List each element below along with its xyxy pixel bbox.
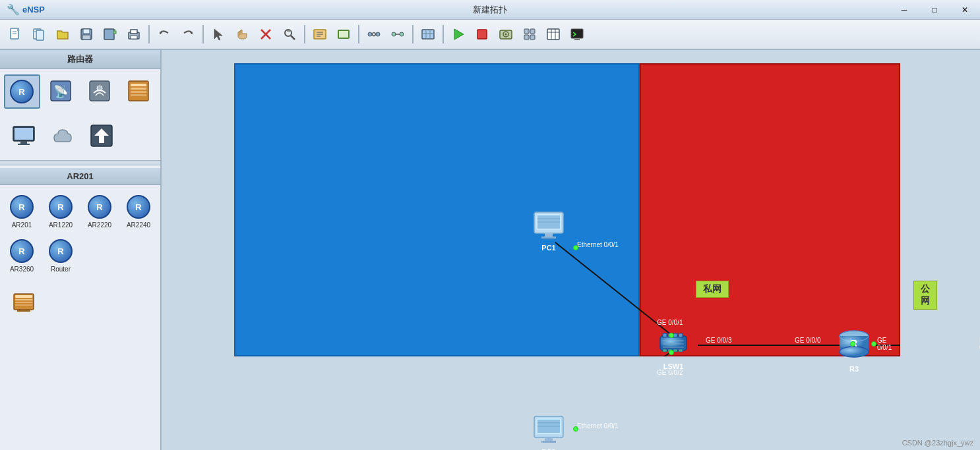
- ar2220-device[interactable]: R AR2220: [82, 190, 118, 232]
- r3-ge000-label: GE 0/0/0: [795, 337, 820, 344]
- monitor-device-icon[interactable]: [5, 119, 42, 152]
- canvas-area[interactable]: 私网 公网 PC1: [162, 50, 980, 450]
- app-name: eNSP: [22, 5, 45, 14]
- svg-rect-14: [131, 36, 137, 39]
- ar201-icon: R: [10, 195, 34, 219]
- separator-4: [358, 25, 359, 43]
- svg-rect-77: [541, 237, 556, 239]
- map-button[interactable]: [417, 23, 439, 45]
- pc1-node[interactable]: PC1: [531, 207, 567, 252]
- vrp-type-icon[interactable]: [121, 74, 157, 109]
- stop-button[interactable]: [471, 23, 493, 45]
- ar3260-device[interactable]: R AR3260: [4, 235, 40, 276]
- svg-rect-96: [663, 349, 667, 352]
- new-button[interactable]: [4, 23, 26, 45]
- pc2-port-label: Ethernet 0/0/1: [577, 422, 619, 430]
- svg-rect-57: [131, 94, 146, 96]
- public-zone-label: 公网: [913, 281, 937, 310]
- separator-3: [304, 25, 305, 43]
- lsw1-dot1: [669, 333, 674, 338]
- left-panel: 路由器 R 📡: [0, 50, 162, 450]
- cloud-device-icon[interactable]: [44, 119, 80, 152]
- extra-device[interactable]: [5, 287, 42, 320]
- arrow-device-icon[interactable]: [83, 119, 119, 152]
- minimize-button[interactable]: ─: [889, 0, 919, 20]
- monitor-svg: [11, 123, 36, 148]
- pc1-icon: [531, 207, 567, 242]
- delete-button[interactable]: [255, 23, 277, 45]
- svg-rect-65: [15, 295, 32, 298]
- svg-rect-30: [422, 30, 434, 39]
- open-button[interactable]: [51, 23, 74, 45]
- rect-button[interactable]: [332, 23, 355, 45]
- private-zone: [234, 63, 640, 356]
- capture-button[interactable]: [495, 23, 517, 45]
- svg-text:📡: 📡: [53, 84, 69, 99]
- ap-type-icon[interactable]: [82, 74, 118, 109]
- ar2220-label: AR2220: [88, 221, 111, 229]
- svg-rect-83: [545, 437, 553, 441]
- svg-rect-35: [477, 30, 487, 39]
- router-type-icon[interactable]: R: [4, 74, 40, 109]
- svg-rect-60: [20, 141, 27, 144]
- lsw1-ge001-label: GE 0/0/1: [657, 319, 683, 326]
- auto-connect-button[interactable]: [363, 23, 385, 45]
- separator-1: [148, 25, 150, 43]
- separator-6: [443, 25, 444, 43]
- pc1-conn-dot: [573, 245, 578, 250]
- svg-rect-43: [547, 29, 559, 40]
- router-device[interactable]: R Router: [43, 235, 79, 276]
- topo-button[interactable]: [518, 23, 541, 45]
- svg-rect-88: [660, 336, 687, 351]
- hand-tool-button[interactable]: [231, 23, 253, 45]
- svg-rect-4: [36, 30, 44, 40]
- pc2-node[interactable]: PC2: [531, 411, 567, 450]
- text-button[interactable]: [309, 23, 331, 45]
- lsw1-node[interactable]: LSW1: [655, 324, 692, 370]
- svg-rect-9: [104, 29, 114, 40]
- print-button[interactable]: [123, 23, 145, 45]
- search-button[interactable]: [278, 23, 301, 45]
- saveas-button[interactable]: [99, 23, 121, 45]
- svg-rect-89: [663, 333, 667, 337]
- svg-point-25: [368, 32, 372, 36]
- ar2240-label: AR2240: [127, 221, 150, 229]
- r3-dot1: [850, 341, 855, 347]
- svg-rect-10: [113, 31, 116, 34]
- vrp-svg: [126, 78, 151, 103]
- undo-button[interactable]: [153, 23, 175, 45]
- table-button[interactable]: [542, 23, 565, 45]
- save-button[interactable]: [75, 23, 98, 45]
- close-button[interactable]: ✕: [950, 0, 980, 20]
- svg-rect-59: [15, 128, 33, 140]
- ar2240-device[interactable]: R AR2240: [121, 190, 157, 232]
- run-button[interactable]: [447, 23, 470, 45]
- pc1-label: PC1: [541, 244, 555, 252]
- ar1220-device[interactable]: R AR1220: [43, 190, 79, 232]
- svg-rect-47: [571, 29, 583, 38]
- redo-button[interactable]: [177, 23, 199, 45]
- new2-button[interactable]: [28, 23, 50, 45]
- svg-point-38: [505, 34, 507, 36]
- maximize-button[interactable]: □: [919, 0, 950, 20]
- select-tool-button[interactable]: [207, 23, 230, 45]
- r3-dot2: [871, 341, 876, 347]
- separator-2: [202, 25, 204, 43]
- lsw1-ge002-label: GE 0/0/2: [657, 369, 683, 376]
- svg-rect-19: [287, 30, 291, 32]
- svg-rect-56: [131, 91, 146, 93]
- wireless-type-icon[interactable]: 📡: [43, 74, 79, 109]
- svg-rect-61: [18, 144, 30, 145]
- ar-device-grid: R AR201 R AR1220 R AR2220 R AR224: [0, 185, 160, 281]
- r3-node[interactable]: R R3: [834, 324, 874, 373]
- ar201-device[interactable]: R AR201: [4, 190, 40, 232]
- ar3260-label: AR3260: [10, 266, 34, 273]
- svg-rect-8: [82, 35, 90, 40]
- router-icon: R: [10, 80, 34, 103]
- terminal-button[interactable]: [566, 23, 588, 45]
- ar201-section-title: AR201: [0, 168, 160, 185]
- public-zone: [640, 63, 900, 356]
- ar2240-icon: R: [127, 195, 150, 219]
- ap-svg: [87, 78, 112, 103]
- link2-button[interactable]: [386, 23, 409, 45]
